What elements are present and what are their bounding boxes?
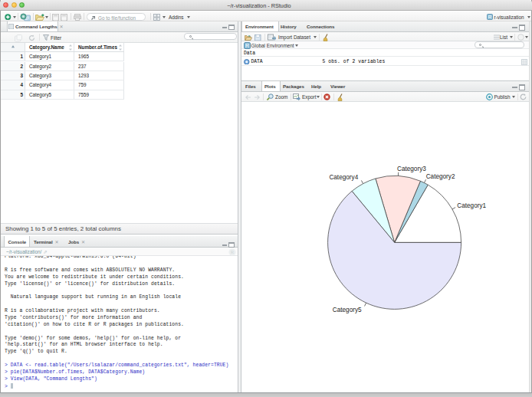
svg-text:Category3: Category3 — [397, 166, 426, 172]
svg-text:Category2: Category2 — [426, 173, 455, 180]
svg-text:Category1: Category1 — [457, 202, 486, 209]
svg-text:R: R — [231, 249, 235, 254]
svg-text:R: R — [245, 43, 249, 48]
svg-text:R: R — [488, 14, 492, 19]
svg-text:Category5: Category5 — [333, 307, 362, 313]
svg-text:Category4: Category4 — [329, 174, 358, 181]
